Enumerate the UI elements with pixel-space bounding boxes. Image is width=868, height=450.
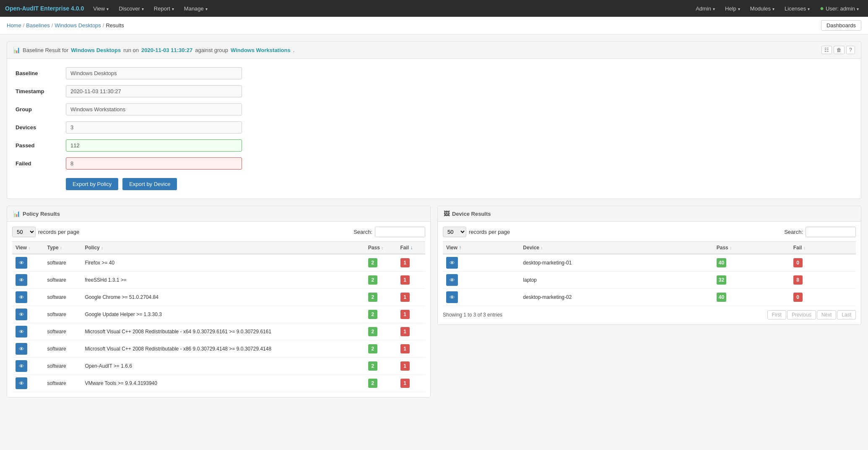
pass-badge: 2 (368, 258, 377, 267)
policy-view-button[interactable]: 👁 (16, 360, 27, 372)
policy-col-view: View ↕ (12, 242, 44, 254)
policy-view-cell: 👁 (12, 358, 44, 375)
breadcrumb-home[interactable]: Home (7, 22, 21, 29)
policy-fail-cell: 1 (397, 358, 425, 375)
nav-report[interactable]: Report (150, 0, 178, 17)
device-rpp-select[interactable]: 50 25 100 (443, 227, 466, 237)
previous-button[interactable]: Previous (787, 310, 816, 319)
failed-label: Failed (16, 160, 66, 167)
group-field: Group (16, 103, 852, 115)
device-fail-cell: 0 (790, 254, 856, 272)
device-search-group: Search: (784, 227, 856, 237)
device-pass-cell: 32 (713, 272, 790, 289)
policy-view-button[interactable]: 👁 (16, 326, 27, 338)
export-by-policy-button[interactable]: Export by Policy (66, 178, 118, 190)
panel-help-button[interactable]: ? (846, 46, 855, 54)
device-pagination-bar: Showing 1 to 3 of 3 entries First Previo… (443, 310, 856, 319)
policy-search-input[interactable] (375, 227, 425, 237)
device-name-cell: desktop-marketing-02 (520, 289, 713, 306)
eye-icon: 👁 (450, 277, 455, 283)
device-results-title: Device Results (452, 211, 491, 217)
policy-policy-cell: Firefox >= 40 (81, 254, 364, 272)
timestamp-bold: 2020-11-03 11:30:27 (141, 47, 192, 53)
nav-admin[interactable]: Admin (691, 0, 719, 17)
pass-badge: 2 (368, 361, 377, 371)
modules-chevron (772, 5, 774, 12)
failed-input (66, 157, 242, 170)
fail-sort-icon: ↓ (411, 245, 413, 251)
pass-badge: 2 (368, 275, 377, 285)
panel-grid-button[interactable]: ☷ (821, 46, 832, 54)
nav-view[interactable]: View (89, 0, 113, 17)
device-view-button[interactable]: 👁 (446, 274, 458, 286)
device-records-per-page: 50 25 100 records per page (443, 227, 510, 237)
table-row: 👁 software freeSSHd 1.3.1 >= 2 1 (12, 272, 425, 289)
policy-view-cell: 👁 (12, 254, 44, 272)
passed-field: Passed (16, 139, 852, 152)
eye-icon: 👁 (450, 260, 455, 266)
first-button[interactable]: First (767, 310, 786, 319)
policy-view-button[interactable]: 👁 (16, 291, 27, 303)
nav-licenses[interactable]: Licenses (780, 0, 814, 17)
device-col-fail: Fail ↕ (790, 242, 856, 254)
policy-rpp-select[interactable]: 50 25 100 (12, 227, 36, 237)
device-view-cell: 👁 (443, 272, 520, 289)
next-button[interactable]: Next (817, 310, 837, 319)
pass-badge: 2 (368, 379, 377, 388)
nav-discover[interactable]: Discover (114, 0, 148, 17)
policy-view-button[interactable]: 👁 (16, 257, 27, 269)
baseline-panel-title: 📊 Baseline Result for Windows Desktops r… (13, 47, 294, 53)
baseline-field: Baseline (16, 67, 852, 79)
fail-badge: 1 (400, 327, 410, 336)
policy-view-button[interactable]: 👁 (16, 377, 27, 389)
pass-badge: 40 (717, 293, 726, 302)
device-view-button[interactable]: 👁 (446, 291, 458, 303)
panel-actions: ☷ 🗑 ? (821, 46, 855, 54)
passed-label: Passed (16, 142, 66, 149)
breadcrumb-windows-desktops[interactable]: Windows Desktops (55, 22, 101, 29)
policy-pass-cell: 2 (365, 272, 397, 289)
nav-help[interactable]: Help (721, 0, 744, 17)
user-icon: ● (820, 5, 824, 12)
dashboards-button[interactable]: Dashboards (821, 20, 861, 31)
passed-input (66, 139, 242, 152)
policy-view-button[interactable]: 👁 (16, 343, 27, 355)
view-chevron (107, 5, 109, 12)
main-content: 📊 Baseline Result for Windows Desktops r… (0, 34, 868, 404)
policy-view-button[interactable]: 👁 (16, 309, 27, 320)
policy-col-fail: Fail ↓ (397, 242, 425, 254)
policy-pass-cell: 2 (365, 323, 397, 340)
device-search-input[interactable] (806, 227, 856, 237)
table-row: 👁 software Google Update Helper >= 1.3.3… (12, 306, 425, 323)
panel-delete-button[interactable]: 🗑 (834, 46, 845, 54)
results-section: 📊 Policy Results 50 25 100 records per p… (7, 206, 861, 398)
policy-view-button[interactable]: 👁 (16, 274, 27, 286)
fail-badge: 1 (400, 379, 410, 388)
nav-manage[interactable]: Manage (180, 0, 212, 17)
nav-modules[interactable]: Modules (746, 0, 779, 17)
discover-chevron (142, 5, 144, 12)
policy-pass-cell: 2 (365, 254, 397, 272)
table-row: 👁 desktop-marketing-02 40 0 (443, 289, 856, 306)
policy-policy-cell: Microsoft Visual C++ 2008 Redistributabl… (81, 323, 364, 340)
report-chevron (172, 5, 174, 12)
policy-view-cell: 👁 (12, 272, 44, 289)
nav-user[interactable]: ● User: admin (816, 0, 863, 17)
breadcrumb-sep-3: / (103, 22, 104, 29)
breadcrumb-results: Results (106, 22, 124, 29)
help-chevron (738, 5, 740, 12)
admin-chevron (713, 5, 715, 12)
fail-badge: 1 (400, 258, 410, 267)
last-button[interactable]: Last (837, 310, 856, 319)
export-by-device-button[interactable]: Export by Device (122, 178, 177, 190)
device-view-button[interactable]: 👁 (446, 257, 458, 269)
devices-label: Devices (16, 124, 66, 131)
policy-fail-cell: 1 (397, 306, 425, 323)
device-view-cell: 👁 (443, 254, 520, 272)
policy-col-type: Type ↕ (44, 242, 81, 254)
eye-icon: 👁 (19, 346, 24, 352)
device-table: View ↑ Device ↕ Pass ↕ Fail ↕ 👁 desktop-… (443, 241, 856, 306)
breadcrumb-baselines[interactable]: Baselines (26, 22, 49, 29)
policy-type-cell: software (44, 289, 81, 306)
fail-badge: 1 (400, 310, 410, 319)
